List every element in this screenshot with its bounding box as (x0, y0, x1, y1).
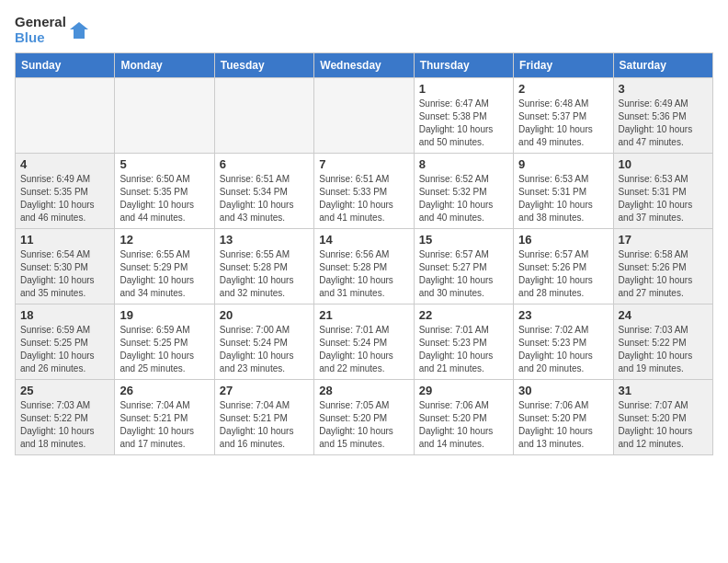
calendar-cell: 25Sunrise: 7:03 AM Sunset: 5:22 PM Dayli… (16, 380, 115, 455)
day-info: Sunrise: 6:51 AM Sunset: 5:33 PM Dayligh… (319, 173, 408, 224)
header-tuesday: Tuesday (214, 53, 313, 78)
day-info: Sunrise: 6:49 AM Sunset: 5:35 PM Dayligh… (20, 173, 109, 224)
day-info: Sunrise: 6:59 AM Sunset: 5:25 PM Dayligh… (20, 324, 109, 375)
day-info: Sunrise: 7:01 AM Sunset: 5:23 PM Dayligh… (419, 324, 508, 375)
day-info: Sunrise: 7:01 AM Sunset: 5:24 PM Dayligh… (319, 324, 408, 375)
day-info: Sunrise: 7:07 AM Sunset: 5:20 PM Dayligh… (619, 399, 708, 451)
calendar-cell: 15Sunrise: 6:57 AM Sunset: 5:27 PM Dayli… (414, 229, 513, 304)
day-number: 10 (619, 157, 708, 171)
day-info: Sunrise: 6:50 AM Sunset: 5:35 PM Dayligh… (119, 173, 209, 224)
day-info: Sunrise: 6:55 AM Sunset: 5:29 PM Dayligh… (119, 248, 209, 300)
calendar-cell: 27Sunrise: 7:04 AM Sunset: 5:21 PM Dayli… (214, 380, 313, 455)
week-row-5: 25Sunrise: 7:03 AM Sunset: 5:22 PM Dayli… (16, 380, 713, 455)
day-info: Sunrise: 6:52 AM Sunset: 5:32 PM Dayligh… (419, 173, 508, 224)
day-number: 11 (20, 233, 109, 247)
logo-text: General Blue (15, 15, 66, 45)
header-friday: Friday (514, 53, 613, 78)
calendar-cell: 4Sunrise: 6:49 AM Sunset: 5:35 PM Daylig… (16, 154, 115, 229)
calendar-cell (214, 78, 313, 154)
logo-bird-icon (70, 20, 90, 40)
day-number: 3 (619, 82, 708, 96)
calendar-cell: 8Sunrise: 6:52 AM Sunset: 5:32 PM Daylig… (414, 154, 513, 229)
page-header: General Blue (15, 15, 713, 45)
day-number: 17 (619, 233, 708, 247)
day-info: Sunrise: 6:54 AM Sunset: 5:30 PM Dayligh… (20, 248, 109, 300)
day-number: 16 (518, 233, 608, 247)
day-number: 30 (518, 384, 608, 397)
day-info: Sunrise: 6:53 AM Sunset: 5:31 PM Dayligh… (518, 173, 608, 224)
day-number: 5 (119, 157, 209, 171)
day-info: Sunrise: 6:57 AM Sunset: 5:27 PM Dayligh… (419, 248, 508, 300)
calendar-cell: 29Sunrise: 7:06 AM Sunset: 5:20 PM Dayli… (414, 380, 513, 455)
calendar-cell: 31Sunrise: 7:07 AM Sunset: 5:20 PM Dayli… (613, 380, 712, 455)
calendar-cell: 5Sunrise: 6:50 AM Sunset: 5:35 PM Daylig… (115, 154, 214, 229)
day-number: 19 (119, 308, 209, 322)
day-number: 22 (419, 308, 508, 322)
day-number: 6 (220, 157, 309, 171)
day-info: Sunrise: 7:03 AM Sunset: 5:22 PM Dayligh… (20, 399, 109, 451)
day-number: 13 (220, 233, 309, 247)
day-number: 15 (419, 233, 508, 247)
calendar-cell: 19Sunrise: 6:59 AM Sunset: 5:25 PM Dayli… (115, 304, 214, 380)
header-monday: Monday (115, 53, 214, 78)
day-number: 21 (319, 308, 408, 322)
calendar-cell: 11Sunrise: 6:54 AM Sunset: 5:30 PM Dayli… (16, 229, 115, 304)
day-number: 14 (319, 233, 408, 247)
day-number: 4 (20, 157, 109, 171)
day-info: Sunrise: 7:04 AM Sunset: 5:21 PM Dayligh… (220, 399, 309, 451)
day-info: Sunrise: 6:51 AM Sunset: 5:34 PM Dayligh… (220, 173, 309, 224)
day-number: 27 (220, 384, 309, 397)
calendar-cell: 10Sunrise: 6:53 AM Sunset: 5:31 PM Dayli… (613, 154, 712, 229)
day-info: Sunrise: 7:02 AM Sunset: 5:23 PM Dayligh… (518, 324, 608, 375)
day-info: Sunrise: 6:57 AM Sunset: 5:26 PM Dayligh… (518, 248, 608, 300)
day-info: Sunrise: 6:56 AM Sunset: 5:28 PM Dayligh… (319, 248, 408, 300)
calendar-cell: 28Sunrise: 7:05 AM Sunset: 5:20 PM Dayli… (314, 380, 414, 455)
day-number: 31 (619, 384, 708, 397)
calendar-cell: 7Sunrise: 6:51 AM Sunset: 5:33 PM Daylig… (314, 154, 414, 229)
calendar-cell (115, 78, 214, 154)
day-number: 26 (119, 384, 209, 397)
calendar-cell: 23Sunrise: 7:02 AM Sunset: 5:23 PM Dayli… (514, 304, 613, 380)
week-row-4: 18Sunrise: 6:59 AM Sunset: 5:25 PM Dayli… (16, 304, 713, 380)
calendar-cell: 13Sunrise: 6:55 AM Sunset: 5:28 PM Dayli… (214, 229, 313, 304)
day-number: 12 (119, 233, 209, 247)
calendar-cell: 20Sunrise: 7:00 AM Sunset: 5:24 PM Dayli… (214, 304, 313, 380)
day-info: Sunrise: 6:59 AM Sunset: 5:25 PM Dayligh… (119, 324, 209, 375)
calendar-cell: 30Sunrise: 7:06 AM Sunset: 5:20 PM Dayli… (514, 380, 613, 455)
calendar-cell: 26Sunrise: 7:04 AM Sunset: 5:21 PM Dayli… (115, 380, 214, 455)
day-info: Sunrise: 6:48 AM Sunset: 5:37 PM Dayligh… (518, 98, 608, 149)
day-info: Sunrise: 7:00 AM Sunset: 5:24 PM Dayligh… (220, 324, 309, 375)
day-number: 28 (319, 384, 408, 397)
day-number: 25 (20, 384, 109, 397)
svg-marker-0 (70, 22, 88, 39)
week-row-3: 11Sunrise: 6:54 AM Sunset: 5:30 PM Dayli… (16, 229, 713, 304)
day-info: Sunrise: 6:53 AM Sunset: 5:31 PM Dayligh… (619, 173, 708, 224)
calendar-cell (314, 78, 414, 154)
day-info: Sunrise: 7:06 AM Sunset: 5:20 PM Dayligh… (419, 399, 508, 451)
header-wednesday: Wednesday (314, 53, 414, 78)
calendar-cell (16, 78, 115, 154)
header-thursday: Thursday (414, 53, 513, 78)
day-number: 29 (419, 384, 508, 397)
day-number: 24 (619, 308, 708, 322)
day-info: Sunrise: 6:58 AM Sunset: 5:26 PM Dayligh… (619, 248, 708, 300)
calendar-cell: 3Sunrise: 6:49 AM Sunset: 5:36 PM Daylig… (613, 78, 712, 154)
header-saturday: Saturday (613, 53, 712, 78)
calendar-cell: 1Sunrise: 6:47 AM Sunset: 5:38 PM Daylig… (414, 78, 513, 154)
calendar-cell: 14Sunrise: 6:56 AM Sunset: 5:28 PM Dayli… (314, 229, 414, 304)
day-info: Sunrise: 6:47 AM Sunset: 5:38 PM Dayligh… (419, 98, 508, 149)
day-number: 8 (419, 157, 508, 171)
calendar-cell: 12Sunrise: 6:55 AM Sunset: 5:29 PM Dayli… (115, 229, 214, 304)
calendar-header: SundayMondayTuesdayWednesdayThursdayFrid… (16, 53, 713, 78)
day-number: 20 (220, 308, 309, 322)
calendar-cell: 17Sunrise: 6:58 AM Sunset: 5:26 PM Dayli… (613, 229, 712, 304)
calendar-cell: 6Sunrise: 6:51 AM Sunset: 5:34 PM Daylig… (214, 154, 313, 229)
day-info: Sunrise: 6:55 AM Sunset: 5:28 PM Dayligh… (220, 248, 309, 300)
day-info: Sunrise: 7:06 AM Sunset: 5:20 PM Dayligh… (518, 399, 608, 451)
day-number: 7 (319, 157, 408, 171)
day-info: Sunrise: 7:04 AM Sunset: 5:21 PM Dayligh… (119, 399, 209, 451)
week-row-2: 4Sunrise: 6:49 AM Sunset: 5:35 PM Daylig… (16, 154, 713, 229)
calendar-cell: 24Sunrise: 7:03 AM Sunset: 5:22 PM Dayli… (613, 304, 712, 380)
day-number: 9 (518, 157, 608, 171)
logo: General Blue (15, 15, 90, 45)
